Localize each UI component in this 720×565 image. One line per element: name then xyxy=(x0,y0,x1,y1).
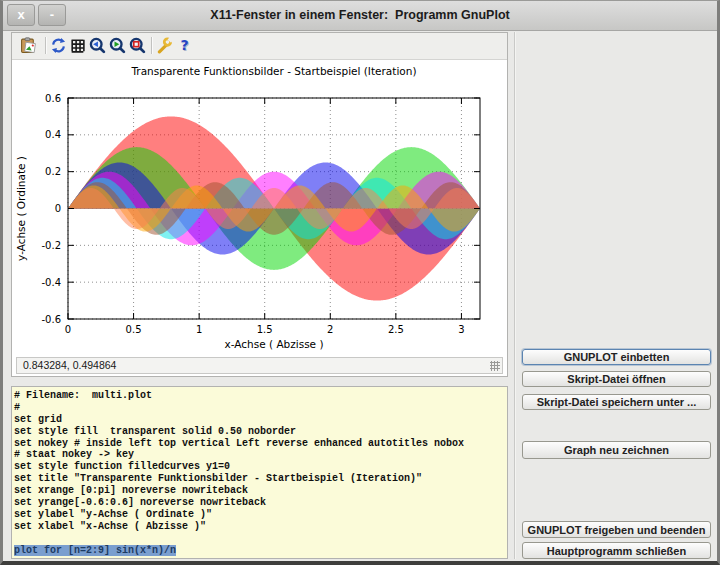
toolbar-separator xyxy=(151,37,153,54)
svg-text:2: 2 xyxy=(327,324,333,335)
script-line[interactable]: set style fill transparent solid 0.50 no… xyxy=(14,426,507,438)
embed-gnuplot-button[interactable]: GNUPLOT einbetten xyxy=(522,349,711,365)
svg-text:0: 0 xyxy=(65,324,71,335)
svg-text:1: 1 xyxy=(196,324,202,335)
mouse-coordinates: 0.843284, 0.494864 xyxy=(23,359,116,371)
zoom-next-icon[interactable] xyxy=(109,37,126,54)
script-line[interactable]: set xrange [0:pi] noreverse nowriteback xyxy=(14,485,507,497)
svg-text:0.5: 0.5 xyxy=(126,324,142,335)
help-icon[interactable]: ? xyxy=(176,37,193,54)
zoom-reset-icon[interactable] xyxy=(129,37,146,54)
script-line[interactable]: set title "Transparente Funktionsbilder … xyxy=(14,473,507,485)
vertical-separator xyxy=(514,32,516,559)
script-line[interactable]: set yrange[-0.6:0.6] noreverse nowriteba… xyxy=(14,497,507,509)
plot-toolbar: ? xyxy=(12,33,507,60)
settings-wrench-icon[interactable] xyxy=(156,37,173,54)
script-line[interactable]: plot for [n=2:9] sin(x*n)/n xyxy=(14,545,507,557)
svg-text:0.2: 0.2 xyxy=(45,166,61,177)
svg-text:-0.2: -0.2 xyxy=(41,240,61,251)
svg-text:0: 0 xyxy=(55,203,61,214)
script-line[interactable]: set xlabel "x-Achse ( Abzisse )" xyxy=(14,521,507,533)
save-script-as-button[interactable]: Skript-Datei speichern unter ... xyxy=(522,394,711,410)
gnuplot-chart: 00.511.522.53-0.6-0.4-0.200.20.40.6Trans… xyxy=(12,59,507,355)
script-editor[interactable]: # Filename: multi.plot#set gridset style… xyxy=(11,386,508,559)
svg-text:y-Achse ( Ordinate ): y-Achse ( Ordinate ) xyxy=(15,156,27,261)
release-and-quit-button[interactable]: GNUPLOT freigeben und beenden xyxy=(522,521,711,538)
titlebar[interactable]: X11-Fenster in einem Fenster: Programm G… xyxy=(3,1,717,31)
status-bar: 0.843284, 0.494864 xyxy=(16,357,503,374)
minimize-window-button[interactable]: - xyxy=(38,4,66,26)
close-main-program-button[interactable]: Hauptprogramm schließen xyxy=(522,542,711,559)
script-line[interactable]: # staat nokey -> key xyxy=(14,449,507,461)
svg-text:2.5: 2.5 xyxy=(388,324,404,335)
svg-text:3: 3 xyxy=(458,324,464,335)
script-line[interactable]: # Filename: multi.plot xyxy=(14,390,507,402)
script-line[interactable]: set nokey # inside left top vertical Lef… xyxy=(14,438,507,450)
svg-text:-0.4: -0.4 xyxy=(41,277,61,288)
svg-text:1.5: 1.5 xyxy=(257,324,273,335)
resize-grip[interactable] xyxy=(490,361,500,371)
plot-panel: ? 00.511.522.53-0.6-0.4-0.200.20.40.6Tra… xyxy=(11,32,508,377)
toolbar-separator xyxy=(45,37,47,54)
script-line[interactable]: set ylabel "y-Achse ( Ordinate )" xyxy=(14,509,507,521)
script-line[interactable]: set grid xyxy=(14,414,507,426)
grid-icon[interactable] xyxy=(69,37,86,54)
open-script-button[interactable]: Skript-Datei öffnen xyxy=(522,371,711,387)
window-title: X11-Fenster in einem Fenster: Programm G… xyxy=(3,1,717,30)
svg-text:Transparente Funktionsbilder -: Transparente Funktionsbilder - Startbeis… xyxy=(131,65,417,77)
refresh-icon[interactable] xyxy=(50,37,67,54)
export-image-icon[interactable] xyxy=(20,37,37,54)
redraw-graph-button[interactable]: Graph neu zeichnen xyxy=(522,441,711,459)
svg-text:x-Achse ( Abzisse ): x-Achse ( Abzisse ) xyxy=(224,338,323,350)
app-window: X11-Fenster in einem Fenster: Programm G… xyxy=(0,0,720,565)
plot-canvas[interactable]: 00.511.522.53-0.6-0.4-0.200.20.40.6Trans… xyxy=(12,59,507,355)
zoom-previous-icon[interactable] xyxy=(89,37,106,54)
script-line[interactable]: set style function filledcurves y1=0 xyxy=(14,461,507,473)
close-window-button[interactable]: x xyxy=(7,4,35,26)
script-line[interactable] xyxy=(14,533,507,545)
svg-text:-0.6: -0.6 xyxy=(41,314,61,325)
script-line[interactable]: # xyxy=(14,402,507,414)
svg-text:0.6: 0.6 xyxy=(45,93,61,104)
svg-text:0.4: 0.4 xyxy=(45,129,61,140)
